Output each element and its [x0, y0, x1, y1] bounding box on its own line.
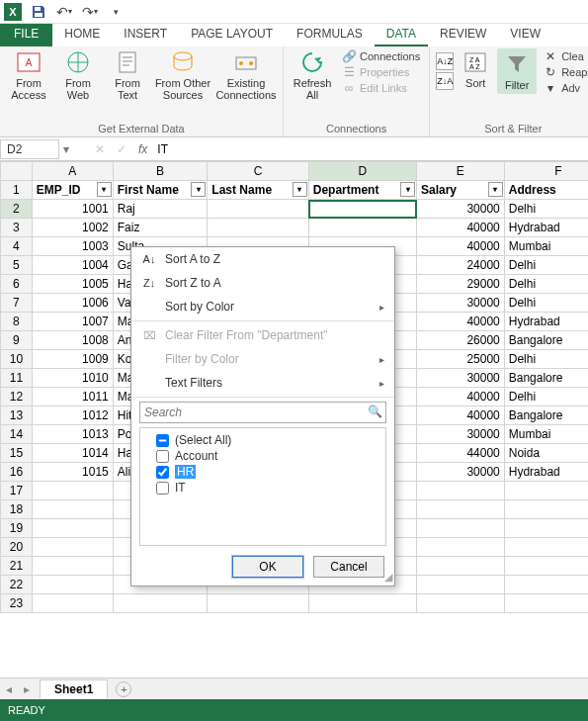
cell[interactable] [417, 538, 505, 557]
cell[interactable]: 1010 [32, 369, 113, 388]
cell[interactable]: Bangalore [504, 331, 588, 350]
tab-view[interactable]: VIEW [498, 24, 552, 46]
from-access-button[interactable]: AFrom Access [6, 48, 51, 101]
filter-dropdown-icon[interactable]: ▾ [400, 182, 415, 197]
row-header[interactable]: 5 [1, 256, 33, 275]
row-header[interactable]: 6 [1, 275, 33, 294]
cell[interactable] [417, 594, 505, 613]
cell[interactable]: 30000 [417, 425, 505, 444]
cell[interactable] [308, 594, 416, 613]
row-header[interactable]: 1 [1, 181, 33, 200]
cell[interactable]: 1008 [32, 331, 113, 350]
cell[interactable]: Mumbai [504, 237, 588, 256]
row-header[interactable]: 4 [1, 237, 33, 256]
accept-formula-icon[interactable]: ✓ [111, 142, 132, 156]
row-header[interactable]: 16 [1, 463, 33, 482]
cell[interactable] [32, 482, 113, 500]
tab-insert[interactable]: INSERT [112, 24, 179, 46]
cell[interactable]: 25000 [417, 350, 505, 369]
filter-dropdown-icon[interactable]: ▾ [97, 182, 112, 197]
cell[interactable]: 1005 [32, 275, 113, 294]
name-box-dropdown-icon[interactable]: ▾ [59, 142, 73, 156]
filter-checkbox[interactable] [156, 482, 169, 495]
filter-clear-button[interactable]: ✕Clea [541, 48, 588, 64]
cell[interactable] [208, 219, 308, 237]
filter-checkbox[interactable] [156, 450, 169, 463]
filter-value-item[interactable]: HR [144, 464, 381, 480]
cell[interactable]: Mumbai [504, 425, 588, 444]
from-text-button[interactable]: From Text [105, 48, 150, 101]
cell[interactable]: 29000 [417, 275, 505, 294]
cell[interactable] [417, 576, 505, 594]
cell[interactable]: 40000 [417, 313, 505, 331]
cell[interactable]: Hydrabad [504, 219, 588, 237]
cell[interactable]: 40000 [417, 388, 505, 406]
cell[interactable]: Faiz [113, 219, 208, 237]
cancel-button[interactable]: Cancel [313, 556, 384, 578]
cell[interactable]: Delhi [504, 294, 588, 313]
filter-values-list[interactable]: (Select All)AccountHRIT [139, 427, 386, 546]
tab-review[interactable]: REVIEW [428, 24, 498, 46]
cell[interactable]: Delhi [504, 350, 588, 369]
tab-data[interactable]: DATA [375, 24, 428, 46]
filter-dropdown-icon[interactable]: ▾ [191, 182, 206, 197]
name-box[interactable] [0, 139, 59, 159]
cell[interactable]: Bangalore [504, 369, 588, 388]
cell[interactable]: 1009 [32, 350, 113, 369]
sort-button[interactable]: Z AA ZSort [458, 48, 493, 90]
cell[interactable] [32, 500, 113, 519]
cell[interactable] [32, 538, 113, 557]
filter-value-item[interactable]: (Select All) [144, 432, 381, 448]
filter-value-item[interactable]: Account [144, 448, 381, 464]
sort-z-to-a[interactable]: Z↓Sort Z to A [131, 271, 394, 295]
cell[interactable]: Hydrabad [504, 313, 588, 331]
fx-icon[interactable]: fx [132, 142, 153, 156]
cell[interactable]: 30000 [417, 463, 505, 482]
undo-icon[interactable]: ↶▾ [55, 3, 73, 21]
cell[interactable]: 30000 [417, 369, 505, 388]
connections-button[interactable]: 🔗Connections [339, 48, 423, 64]
cell[interactable]: Hydrabad [504, 463, 588, 482]
cell[interactable] [504, 519, 588, 538]
row-header[interactable]: 22 [1, 576, 33, 594]
qat-customize-icon[interactable]: ▾ [107, 3, 125, 21]
cell[interactable] [208, 200, 308, 219]
tab-page-layout[interactable]: PAGE LAYOUT [179, 24, 285, 46]
cell[interactable]: 1003 [32, 237, 113, 256]
filter-button[interactable]: Filter [497, 48, 537, 94]
filter-value-item[interactable]: IT [144, 480, 381, 496]
row-header[interactable]: 12 [1, 388, 33, 406]
column-header[interactable]: D [308, 162, 416, 181]
cell[interactable]: 1007 [32, 313, 113, 331]
cell[interactable] [417, 500, 505, 519]
refresh-all-button[interactable]: Refresh All [290, 48, 335, 101]
edit-links-button[interactable]: ∞Edit Links [339, 80, 423, 96]
cell[interactable] [32, 557, 113, 576]
filter-advanced-button[interactable]: ▾Adv [541, 80, 588, 96]
properties-button[interactable]: ☰Properties [339, 64, 423, 80]
existing-connections-button[interactable]: Existing Connections [215, 48, 277, 101]
cell[interactable]: Delhi [504, 200, 588, 219]
column-header[interactable]: B [113, 162, 208, 181]
cell[interactable]: 24000 [417, 256, 505, 275]
cell[interactable]: 1006 [32, 294, 113, 313]
cell[interactable]: 1011 [32, 388, 113, 406]
filter-search-input[interactable] [139, 402, 386, 423]
row-header[interactable]: 8 [1, 313, 33, 331]
cell[interactable]: 30000 [417, 294, 505, 313]
filter-checkbox[interactable] [156, 466, 169, 479]
cell[interactable] [113, 594, 208, 613]
cancel-formula-icon[interactable]: ✕ [89, 142, 111, 156]
cell[interactable] [208, 594, 308, 613]
cell[interactable]: Delhi [504, 275, 588, 294]
cell[interactable]: 1013 [32, 425, 113, 444]
ok-button[interactable]: OK [232, 556, 303, 578]
from-other-sources-button[interactable]: From Other Sources [154, 48, 211, 101]
sheet-tab[interactable]: Sheet1 [40, 679, 108, 698]
cell[interactable] [32, 519, 113, 538]
select-all-corner[interactable] [1, 162, 33, 181]
column-header[interactable]: E [417, 162, 505, 181]
cell[interactable] [417, 482, 505, 500]
formula-input[interactable] [153, 140, 588, 158]
cell[interactable] [504, 500, 588, 519]
